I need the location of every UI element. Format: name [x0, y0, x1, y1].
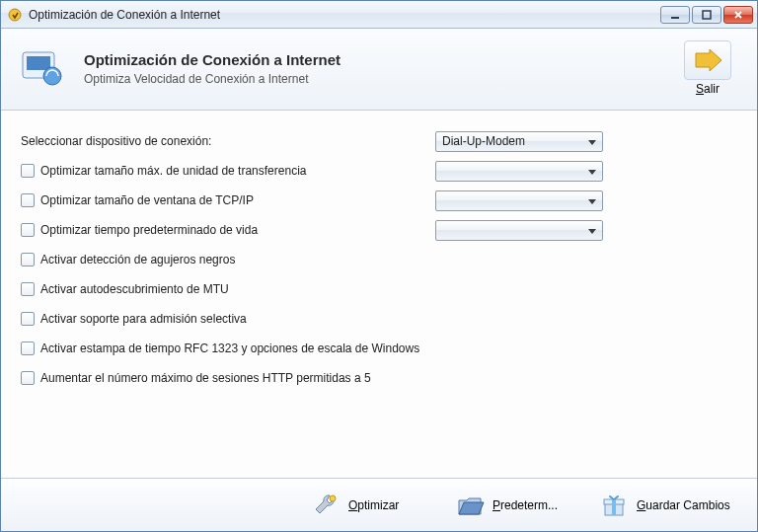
option-label: Activar detección de agujeros negros: [40, 253, 235, 266]
option-checkbox[interactable]: [21, 312, 35, 326]
wrench-icon: [311, 491, 341, 520]
header-icon: [19, 44, 66, 92]
exit-label: Salir: [676, 82, 739, 96]
option-checkbox[interactable]: [21, 371, 35, 385]
app-icon: [7, 7, 23, 23]
window-controls: [660, 6, 757, 24]
window-title: Optimización de Conexión a Internet: [29, 8, 220, 22]
option-select-value: [442, 164, 445, 178]
exit-icon: [684, 40, 731, 80]
option-checkbox[interactable]: [21, 253, 35, 266]
option-label: Optimizar tamaño máx. de unidad de trans…: [40, 164, 306, 178]
option-select-value: [442, 223, 445, 237]
content-area: Seleccionar dispositivo de conexión: Dia…: [1, 111, 757, 478]
option-checkbox[interactable]: [21, 342, 35, 355]
optimize-label: Optimizar: [348, 498, 429, 512]
defaults-label: Predeterm...: [493, 498, 573, 512]
exit-button[interactable]: Salir: [676, 40, 739, 96]
device-select[interactable]: Dial-Up-Modem: [435, 131, 603, 152]
defaults-button[interactable]: Predeterm...: [449, 488, 579, 523]
option-checkbox[interactable]: [21, 193, 35, 207]
svg-rect-2: [703, 11, 711, 19]
option-select[interactable]: [435, 161, 603, 182]
option-label: Activar soporte para admisión selectiva: [40, 312, 247, 326]
option-row: Optimizar tiempo predeterminado de vida: [21, 217, 737, 243]
option-select[interactable]: [435, 220, 603, 241]
svg-point-6: [330, 495, 336, 501]
save-button[interactable]: Guardar Cambios: [593, 488, 745, 523]
option-row: Optimizar tamaño máx. de unidad de trans…: [21, 158, 737, 184]
svg-rect-1: [671, 17, 679, 19]
option-label: Activar estampa de tiempo RFC 1323 y opc…: [40, 342, 419, 355]
option-label: Optimizar tamaño de ventana de TCP/IP: [40, 193, 254, 207]
maximize-button[interactable]: [692, 6, 721, 24]
title-bar: Optimización de Conexión a Internet: [1, 1, 757, 29]
option-row: Activar estampa de tiempo RFC 1323 y opc…: [21, 336, 737, 361]
footer-bar: Optimizar Predeterm... Guardar Cambi: [1, 478, 757, 531]
option-row: Optimizar tamaño de ventana de TCP/IP: [21, 188, 737, 213]
option-row: Aumentar el número máximo de sesiones HT…: [21, 365, 737, 391]
option-select-value: [442, 193, 445, 207]
option-row: Activar autodescubrimiento de MTU: [21, 276, 737, 302]
app-window: Optimización de Conexión a Internet: [0, 0, 758, 532]
device-label: Seleccionar dispositivo de conexión:: [21, 134, 211, 148]
header-text: Optimización de Conexión a Internet Opti…: [84, 51, 341, 86]
close-button[interactable]: [723, 6, 753, 24]
option-checkbox[interactable]: [21, 164, 35, 178]
option-label: Activar autodescubrimiento de MTU: [40, 282, 229, 296]
minimize-button[interactable]: [660, 6, 690, 24]
device-row: Seleccionar dispositivo de conexión: Dia…: [21, 128, 737, 154]
option-row: Activar detección de agujeros negros: [21, 247, 737, 272]
optimize-button[interactable]: Optimizar: [305, 488, 435, 523]
option-row: Activar soporte para admisión selectiva: [21, 306, 737, 332]
folder-icon: [455, 491, 485, 520]
save-label: Guardar Cambios: [637, 498, 739, 512]
option-checkbox[interactable]: [21, 223, 35, 237]
svg-rect-9: [612, 499, 616, 515]
option-label: Aumentar el número máximo de sesiones HT…: [40, 371, 371, 385]
svg-rect-4: [27, 56, 50, 70]
page-subtitle: Optimiza Velocidad de Conexión a Interne…: [84, 72, 341, 86]
option-label: Optimizar tiempo predeterminado de vida: [40, 223, 258, 237]
option-select[interactable]: [435, 190, 603, 211]
gift-icon: [599, 491, 629, 520]
device-select-value: Dial-Up-Modem: [442, 134, 525, 148]
option-checkbox[interactable]: [21, 282, 35, 296]
header: Optimización de Conexión a Internet Opti…: [1, 29, 757, 111]
page-title: Optimización de Conexión a Internet: [84, 51, 341, 68]
